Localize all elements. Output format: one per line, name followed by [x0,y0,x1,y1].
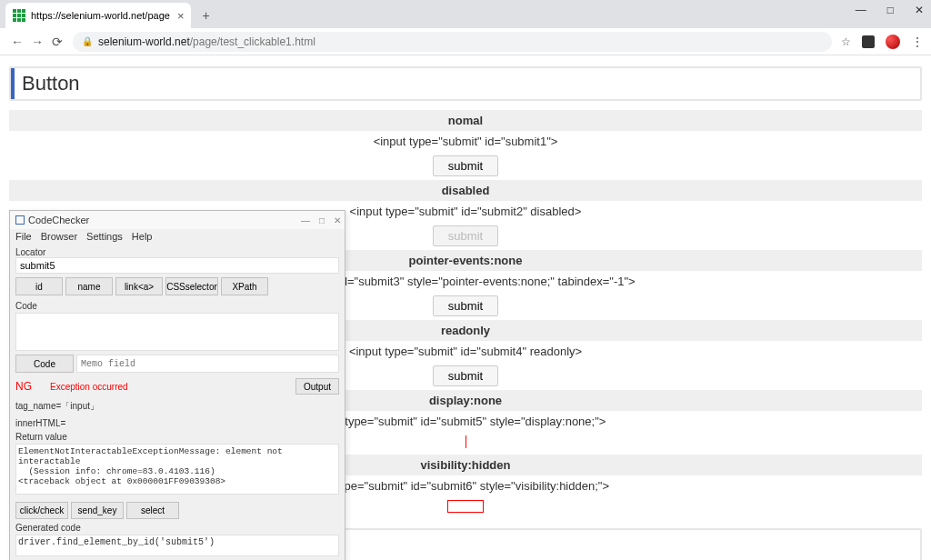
return-value-box[interactable]: ElementNotInteractableExceptionMessage: … [15,444,339,495]
profile-icon[interactable] [886,35,900,49]
tool-title: CodeChecker [28,215,89,225]
browser-tab[interactable]: https://selenium-world.net/page × [5,3,191,28]
send-key-button[interactable]: send_key [71,502,124,519]
css-button[interactable]: CSSselector [165,277,218,295]
locator-label: Locator [15,247,339,257]
menu-help[interactable]: Help [132,231,153,242]
inner-html-text: innerHTML= [15,418,339,428]
tool-titlebar[interactable]: CodeChecker — □ ✕ [10,211,345,229]
button-section-box: Button [9,66,922,101]
heading-button: Button [11,68,920,99]
tool-close-icon[interactable]: ✕ [334,215,341,225]
exception-text: Exception occurred [50,382,128,392]
tab-close-icon[interactable]: × [177,9,185,23]
code-label: Code [15,301,339,311]
extension-icon[interactable] [862,35,875,48]
submit3-button: submit [433,295,498,316]
tool-maximize-icon[interactable]: □ [319,215,325,225]
id-button[interactable]: id [15,277,63,295]
result-status: NG [15,380,32,393]
menu-file[interactable]: File [15,231,32,242]
tool-minimize-icon[interactable]: — [301,215,310,225]
favicon-icon [13,9,25,22]
select-button[interactable]: select [126,502,179,519]
name-button[interactable]: name [65,277,113,295]
maximize-icon[interactable]: □ [884,2,897,18]
close-icon[interactable]: ✕ [911,2,927,18]
submit2-button: submit [433,225,498,246]
window-controls: — □ ✕ [852,2,927,18]
url-input[interactable]: 🔒 selenium-world.net /page/test_clickabl… [73,32,832,52]
forward-button[interactable]: → [27,32,47,52]
address-bar: ← → ⟳ 🔒 selenium-world.net /page/test_cl… [0,28,931,55]
tool-app-icon [15,215,25,225]
menu-icon[interactable]: ⋮ [911,35,924,49]
back-button[interactable]: ← [7,32,27,52]
menu-browser[interactable]: Browser [41,231,77,242]
reload-button[interactable]: ⟳ [47,32,67,52]
link-button[interactable]: link<a> [115,277,163,295]
xpath-button[interactable]: XPath [221,277,268,295]
generated-code-label: Generated code [15,523,339,533]
row-label: nomal [9,110,922,131]
star-icon[interactable]: ☆ [841,35,851,48]
generated-code-box[interactable]: driver.find_element_by_id('submit5') [15,535,339,556]
click-check-button[interactable]: click/check [15,502,68,519]
memo-input[interactable] [76,355,339,373]
tool-menubar: File Browser Settings Help [10,229,345,244]
minimize-icon[interactable]: — [852,2,870,18]
output-button[interactable]: Output [295,378,339,395]
url-host: selenium-world.net [98,35,190,48]
codechecker-window: CodeChecker — □ ✕ File Browser Settings … [9,210,345,560]
tag-name-text: tag_name=「input」 [15,400,339,413]
locator-input[interactable] [15,257,339,274]
menu-settings[interactable]: Settings [86,231,123,242]
code-textarea[interactable] [15,313,339,351]
return-label: Return value [15,432,339,442]
url-path: /page/test_clickable1.html [190,35,315,48]
new-tab-button[interactable]: + [202,8,209,23]
row-code: <input type="submit" id="submit1"> [9,131,922,152]
hidden-indicator-box [447,500,484,513]
empty-indicator [466,435,466,448]
lock-icon: 🔒 [82,36,93,46]
browser-tab-strip: https://selenium-world.net/page × + — □ … [0,0,931,28]
row-label: disabled [9,180,922,201]
tab-title: https://selenium-world.net/page [31,10,170,21]
submit1-button[interactable]: submit [433,155,498,176]
code-button[interactable]: Code [15,355,74,373]
submit4-button[interactable]: submit [433,365,498,386]
